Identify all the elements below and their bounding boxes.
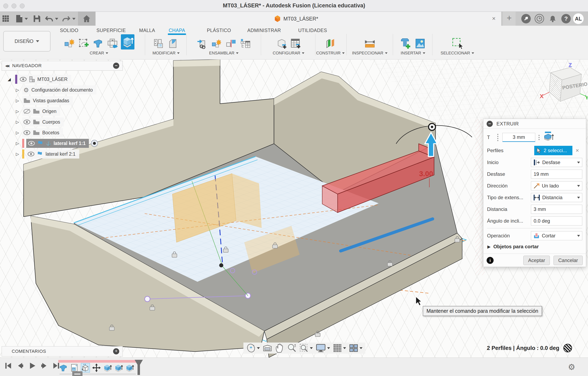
start-select[interactable]: Desfase: [531, 158, 582, 167]
file-menu-caret-icon[interactable]: [25, 18, 28, 20]
orbit-tool[interactable]: [246, 343, 260, 353]
joint-icon[interactable]: [225, 38, 237, 50]
app-grid-icon[interactable]: [1, 14, 10, 23]
job-status-icon[interactable]: [535, 14, 544, 23]
sheet-metal-rules-icon[interactable]: [153, 38, 165, 50]
group-crear-label[interactable]: CREAR: [90, 51, 104, 55]
look-at-tool[interactable]: [263, 344, 272, 352]
timeline-extrude-feature[interactable]: [103, 363, 112, 373]
zoom-tool[interactable]: [287, 343, 296, 353]
group-ensamblar-label[interactable]: ENSAMBLAR: [209, 51, 234, 55]
timeline-gear-icon[interactable]: ⚙: [568, 362, 575, 372]
tree-item-saved-views[interactable]: ▷ Vistas guardadas: [15, 96, 73, 106]
collapse-panel-icon[interactable]: ◀◀: [5, 64, 9, 68]
timeline-step-back-icon[interactable]: [16, 362, 24, 369]
tab-superficie[interactable]: SUPERFICIE: [96, 28, 126, 33]
timeline-move-feature[interactable]: [92, 363, 101, 373]
direction-select[interactable]: Un lado: [531, 181, 582, 190]
visibility-eye-icon[interactable]: [28, 151, 34, 156]
viewport-3d[interactable]: 3.00: [0, 60, 588, 357]
save-icon[interactable]: [32, 14, 42, 23]
viewports-tool[interactable]: [349, 344, 362, 352]
thickness-input[interactable]: 3 mm: [503, 133, 535, 142]
visibility-off-eye-icon[interactable]: [23, 109, 30, 114]
minimize-panel-icon[interactable]: –: [113, 63, 119, 69]
document-tab[interactable]: MT03_LÁSER* ×: [96, 12, 501, 26]
extent-type-select[interactable]: Distancia: [531, 193, 582, 202]
tree-item-kerf21[interactable]: ▷ lateral kerf 2:1: [15, 149, 79, 159]
view-cube[interactable]: POSTERIOR Z X Y: [539, 63, 588, 108]
flat-pattern-icon[interactable]: [106, 38, 118, 50]
new-component-icon[interactable]: [211, 38, 223, 50]
timeline-skip-start-icon[interactable]: [4, 362, 12, 369]
redo-icon[interactable]: [62, 14, 71, 23]
collapsed-icon[interactable]: ▷: [15, 130, 20, 135]
tree-item-bodies[interactable]: ▷ Cuerpos: [15, 117, 64, 127]
insert-derive-icon[interactable]: [196, 38, 208, 50]
notifications-bell-icon[interactable]: [548, 14, 557, 23]
tab-plastico[interactable]: PLÁSTICO: [207, 28, 231, 33]
configure-component-icon[interactable]: [275, 38, 287, 50]
zoom-window-tool[interactable]: [299, 343, 313, 353]
expanded-icon[interactable]: ◢: [7, 77, 12, 82]
tree-item-root[interactable]: ◢ MT03_LÁSER: [7, 74, 71, 84]
file-menu-icon[interactable]: [15, 14, 24, 23]
visibility-eye-icon[interactable]: [23, 130, 30, 135]
new-tab-button[interactable]: +: [503, 12, 515, 26]
unfold-corner-icon[interactable]: [167, 38, 179, 50]
account-avatar[interactable]: AL: [573, 13, 584, 24]
extrude-tool-icon[interactable]: [121, 34, 135, 50]
tab-chapa[interactable]: CHAPA: [169, 28, 185, 33]
group-seleccionar-label[interactable]: SELECCIONAR: [441, 51, 470, 55]
tree-item-kerf11[interactable]: ▷ ⚓ lateral kerf 1:1: [15, 139, 98, 148]
timeline-group-marker[interactable]: [72, 371, 83, 376]
distance-input[interactable]: 3 mm: [531, 205, 582, 214]
operation-select[interactable]: Cortar: [531, 231, 582, 240]
group-construir-label[interactable]: CONSTRUIR: [316, 51, 341, 55]
configure-table-icon[interactable]: [290, 38, 302, 50]
navigator-header[interactable]: ◀◀ NAVEGADOR –: [2, 61, 123, 71]
comments-panel[interactable]: COMENTARIOS +: [2, 346, 123, 356]
visibility-eye-icon[interactable]: [28, 141, 35, 146]
timeline-playhead[interactable]: [133, 359, 145, 375]
clear-selection-icon[interactable]: ×: [572, 147, 582, 154]
new-solid-icon[interactable]: [63, 38, 75, 50]
cancel-button[interactable]: Cancelar: [554, 256, 583, 265]
tree-item-sketches[interactable]: ▷ Bocetos: [15, 128, 63, 138]
visibility-eye-icon[interactable]: [20, 77, 27, 82]
objects-to-cut-section[interactable]: ▶ Objetos para cortar: [487, 243, 582, 252]
select-tool-icon[interactable]: [452, 38, 463, 50]
extrude-dialog-header[interactable]: – EXTRUIR: [483, 119, 586, 129]
section-expand-icon[interactable]: ▶: [487, 244, 491, 249]
flange-icon[interactable]: [92, 38, 104, 50]
tab-utilidades[interactable]: UTILIDADES: [298, 28, 327, 33]
group-configurar-label[interactable]: CONFIGURAR: [273, 51, 300, 55]
collapsed-icon[interactable]: ▷: [15, 87, 20, 92]
collapsed-icon[interactable]: ▷: [15, 109, 20, 114]
tree-item-doc-settings[interactable]: ▷ ⚙ Configuración del documento: [15, 85, 96, 95]
pan-tool[interactable]: [275, 343, 284, 353]
drag-grip-icon[interactable]: [497, 134, 498, 141]
group-modificar-label[interactable]: MODIFICAR: [152, 51, 176, 55]
timeline-flange-feature[interactable]: [59, 363, 68, 373]
measure-icon[interactable]: [364, 38, 376, 50]
help-icon[interactable]: ?: [561, 14, 571, 23]
taper-input[interactable]: 0.0 deg: [531, 216, 582, 226]
redo-caret-icon[interactable]: [72, 18, 75, 20]
collapsed-icon[interactable]: ▷: [15, 151, 20, 156]
display-settings-tool[interactable]: [316, 344, 330, 353]
timeline-step-forward-icon[interactable]: [41, 362, 48, 369]
group-inspeccionar-label[interactable]: INSPECCIONAR: [352, 51, 383, 55]
add-comment-icon[interactable]: +: [113, 348, 119, 355]
create-sketch-icon[interactable]: [78, 38, 90, 50]
construct-plane-icon[interactable]: [325, 38, 336, 50]
active-sketch-radio[interactable]: [91, 140, 98, 147]
undo-icon[interactable]: [45, 14, 54, 23]
group-insertar-label[interactable]: INSERTAR: [401, 51, 421, 55]
timeline-extrude-feature[interactable]: [114, 363, 123, 373]
bom-table-icon[interactable]: [240, 38, 252, 50]
profiles-selection-button[interactable]: 2 selecci...: [534, 146, 572, 155]
collapsed-icon[interactable]: ▷: [15, 119, 20, 124]
undo-caret-icon[interactable]: [55, 18, 58, 20]
collapsed-icon[interactable]: ▷: [15, 141, 20, 146]
